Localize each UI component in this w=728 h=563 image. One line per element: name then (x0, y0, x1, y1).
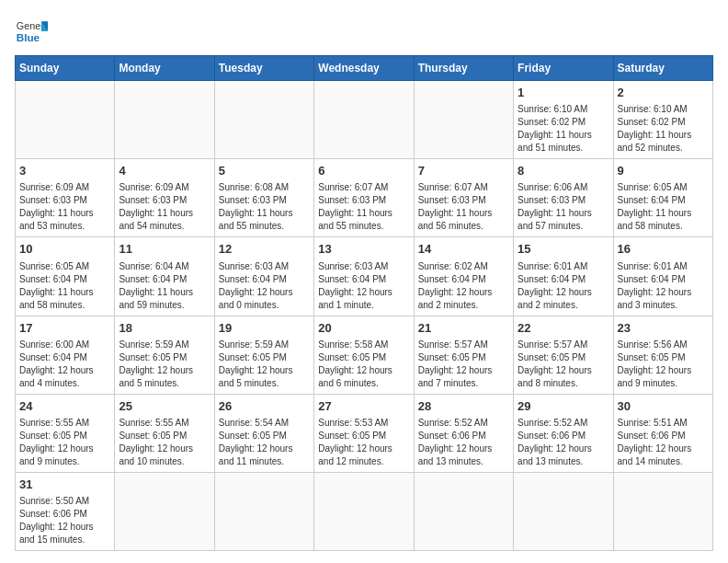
calendar-cell: 27Sunrise: 5:53 AM Sunset: 6:05 PM Dayli… (314, 394, 414, 472)
day-info: Sunrise: 6:01 AM Sunset: 6:04 PM Dayligh… (618, 260, 709, 312)
day-info: Sunrise: 5:54 AM Sunset: 6:05 PM Dayligh… (219, 417, 310, 468)
day-number: 25 (119, 398, 210, 415)
day-number: 13 (318, 241, 409, 258)
day-number: 8 (518, 163, 609, 179)
day-info: Sunrise: 6:08 AM Sunset: 6:03 PM Dayligh… (219, 181, 310, 233)
day-number: 10 (19, 241, 110, 258)
calendar-cell: 11Sunrise: 6:04 AM Sunset: 6:04 PM Dayli… (115, 237, 214, 316)
calendar-cell: 29Sunrise: 5:52 AM Sunset: 6:06 PM Dayli… (514, 394, 613, 472)
calendar-cell: 17Sunrise: 6:00 AM Sunset: 6:04 PM Dayli… (16, 316, 115, 394)
weekday-header-thursday: Thursday (414, 56, 513, 81)
calendar-cell (115, 81, 214, 159)
day-info: Sunrise: 6:03 AM Sunset: 6:04 PM Dayligh… (318, 260, 409, 312)
weekday-header-tuesday: Tuesday (214, 56, 313, 81)
calendar-cell: 6Sunrise: 6:07 AM Sunset: 6:03 PM Daylig… (314, 159, 414, 237)
day-info: Sunrise: 5:57 AM Sunset: 6:05 PM Dayligh… (418, 339, 509, 390)
day-info: Sunrise: 6:07 AM Sunset: 6:03 PM Dayligh… (418, 181, 509, 233)
calendar-week-1: 3Sunrise: 6:09 AM Sunset: 6:03 PM Daylig… (16, 159, 713, 237)
calendar-week-4: 24Sunrise: 5:55 AM Sunset: 6:05 PM Dayli… (16, 394, 713, 472)
weekday-header-friday: Friday (514, 56, 613, 81)
calendar-cell: 1Sunrise: 6:10 AM Sunset: 6:02 PM Daylig… (514, 81, 613, 159)
calendar-cell: 9Sunrise: 6:05 AM Sunset: 6:04 PM Daylig… (613, 159, 712, 237)
day-info: Sunrise: 5:59 AM Sunset: 6:05 PM Dayligh… (119, 339, 210, 390)
day-number: 24 (19, 398, 110, 415)
day-number: 15 (518, 241, 609, 258)
calendar-cell: 8Sunrise: 6:06 AM Sunset: 6:03 PM Daylig… (514, 159, 613, 237)
calendar-cell: 7Sunrise: 6:07 AM Sunset: 6:03 PM Daylig… (414, 159, 513, 237)
day-info: Sunrise: 5:50 AM Sunset: 6:06 PM Dayligh… (19, 495, 110, 546)
day-info: Sunrise: 6:04 AM Sunset: 6:04 PM Dayligh… (119, 260, 210, 312)
day-info: Sunrise: 6:09 AM Sunset: 6:03 PM Dayligh… (119, 181, 210, 233)
calendar-cell: 18Sunrise: 5:59 AM Sunset: 6:05 PM Dayli… (115, 316, 214, 394)
calendar-cell (314, 472, 414, 550)
calendar-cell: 31Sunrise: 5:50 AM Sunset: 6:06 PM Dayli… (16, 472, 115, 550)
calendar-cell: 13Sunrise: 6:03 AM Sunset: 6:04 PM Dayli… (314, 237, 414, 316)
day-number: 23 (618, 320, 709, 337)
calendar-cell: 25Sunrise: 5:55 AM Sunset: 6:05 PM Dayli… (115, 394, 214, 472)
calendar-cell (314, 81, 414, 159)
calendar-cell: 23Sunrise: 5:56 AM Sunset: 6:05 PM Dayli… (613, 316, 712, 394)
day-number: 17 (19, 320, 110, 337)
day-info: Sunrise: 5:55 AM Sunset: 6:05 PM Dayligh… (119, 417, 210, 468)
day-number: 11 (119, 241, 210, 258)
calendar-cell: 22Sunrise: 5:57 AM Sunset: 6:05 PM Dayli… (514, 316, 613, 394)
day-number: 6 (318, 163, 409, 179)
calendar-cell (115, 472, 214, 550)
day-info: Sunrise: 5:52 AM Sunset: 6:06 PM Dayligh… (418, 417, 509, 468)
calendar-cell: 19Sunrise: 5:59 AM Sunset: 6:05 PM Dayli… (214, 316, 313, 394)
calendar-cell (214, 81, 313, 159)
day-info: Sunrise: 6:03 AM Sunset: 6:04 PM Dayligh… (219, 260, 310, 312)
day-number: 9 (618, 163, 709, 179)
calendar-cell: 21Sunrise: 5:57 AM Sunset: 6:05 PM Dayli… (414, 316, 513, 394)
day-info: Sunrise: 6:01 AM Sunset: 6:04 PM Dayligh… (518, 260, 609, 312)
calendar-cell: 14Sunrise: 6:02 AM Sunset: 6:04 PM Dayli… (414, 237, 513, 316)
weekday-header-saturday: Saturday (613, 56, 712, 81)
day-number: 14 (418, 241, 509, 258)
day-info: Sunrise: 5:56 AM Sunset: 6:05 PM Dayligh… (618, 339, 709, 390)
day-number: 19 (219, 320, 310, 337)
day-number: 21 (418, 320, 509, 337)
day-number: 26 (219, 398, 310, 415)
day-info: Sunrise: 6:10 AM Sunset: 6:02 PM Dayligh… (618, 103, 709, 155)
calendar-cell (16, 81, 115, 159)
day-info: Sunrise: 6:05 AM Sunset: 6:04 PM Dayligh… (618, 181, 709, 233)
day-info: Sunrise: 5:53 AM Sunset: 6:05 PM Dayligh… (318, 417, 409, 468)
header: General Blue (15, 15, 713, 48)
day-info: Sunrise: 6:02 AM Sunset: 6:04 PM Dayligh… (418, 260, 509, 312)
day-info: Sunrise: 6:10 AM Sunset: 6:02 PM Dayligh… (518, 103, 609, 155)
weekday-header-sunday: Sunday (16, 56, 115, 81)
calendar-cell: 24Sunrise: 5:55 AM Sunset: 6:05 PM Dayli… (16, 394, 115, 472)
calendar-cell: 16Sunrise: 6:01 AM Sunset: 6:04 PM Dayli… (613, 237, 712, 316)
day-info: Sunrise: 5:52 AM Sunset: 6:06 PM Dayligh… (518, 417, 609, 468)
calendar-cell (514, 472, 613, 550)
calendar-cell: 4Sunrise: 6:09 AM Sunset: 6:03 PM Daylig… (115, 159, 214, 237)
calendar-cell (414, 81, 513, 159)
calendar-cell: 28Sunrise: 5:52 AM Sunset: 6:06 PM Dayli… (414, 394, 513, 472)
day-info: Sunrise: 6:00 AM Sunset: 6:04 PM Dayligh… (19, 339, 110, 390)
day-number: 1 (518, 85, 609, 101)
day-info: Sunrise: 6:06 AM Sunset: 6:03 PM Dayligh… (518, 181, 609, 233)
day-info: Sunrise: 6:05 AM Sunset: 6:04 PM Dayligh… (19, 260, 110, 312)
calendar-cell: 3Sunrise: 6:09 AM Sunset: 6:03 PM Daylig… (16, 159, 115, 237)
calendar-cell (414, 472, 513, 550)
day-number: 2 (618, 85, 709, 101)
day-info: Sunrise: 5:57 AM Sunset: 6:05 PM Dayligh… (518, 339, 609, 390)
calendar-week-0: 1Sunrise: 6:10 AM Sunset: 6:02 PM Daylig… (16, 81, 713, 159)
day-number: 22 (518, 320, 609, 337)
day-number: 29 (518, 398, 609, 415)
calendar-cell: 26Sunrise: 5:54 AM Sunset: 6:05 PM Dayli… (214, 394, 313, 472)
day-number: 27 (318, 398, 409, 415)
calendar-cell (613, 472, 712, 550)
calendar-week-5: 31Sunrise: 5:50 AM Sunset: 6:06 PM Dayli… (16, 472, 713, 550)
day-info: Sunrise: 5:59 AM Sunset: 6:05 PM Dayligh… (219, 339, 310, 390)
day-number: 12 (219, 241, 310, 258)
day-info: Sunrise: 5:55 AM Sunset: 6:05 PM Dayligh… (19, 417, 110, 468)
day-info: Sunrise: 5:58 AM Sunset: 6:05 PM Dayligh… (318, 339, 409, 390)
day-number: 30 (618, 398, 709, 415)
calendar-cell: 30Sunrise: 5:51 AM Sunset: 6:06 PM Dayli… (613, 394, 712, 472)
logo: General Blue (15, 15, 48, 48)
day-number: 20 (318, 320, 409, 337)
day-number: 4 (119, 163, 210, 179)
calendar-cell: 20Sunrise: 5:58 AM Sunset: 6:05 PM Dayli… (314, 316, 414, 394)
calendar-cell: 5Sunrise: 6:08 AM Sunset: 6:03 PM Daylig… (214, 159, 313, 237)
